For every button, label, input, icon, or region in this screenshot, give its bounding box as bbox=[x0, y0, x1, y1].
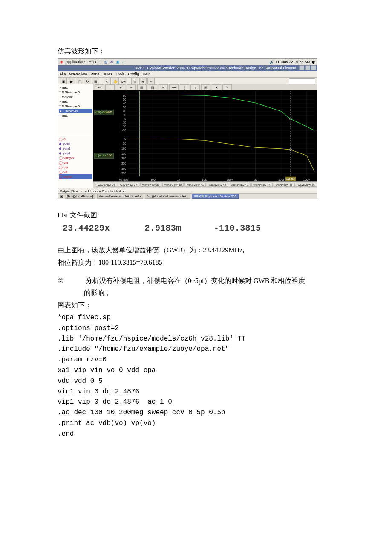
mail-icon[interactable]: ✉ bbox=[110, 60, 113, 64]
tree-item[interactable]: ▲ □ toplevel bbox=[59, 109, 92, 113]
y-tick-label: 0 bbox=[124, 117, 126, 120]
waveview-tab[interactable]: waveview 45 bbox=[274, 183, 295, 187]
office-icon[interactable]: ▣ bbox=[116, 60, 120, 64]
tree-item[interactable]: ◆ I(vdd bbox=[59, 142, 92, 146]
tree-item[interactable]: ◯ 0 bbox=[59, 137, 92, 142]
tree-item[interactable]: └ na1 bbox=[59, 85, 92, 90]
plot-btn-measure[interactable]: ⟿ bbox=[169, 84, 179, 90]
home-icon[interactable]: ⌂ bbox=[122, 60, 124, 64]
heading-sim-waveform: 仿真波形如下： bbox=[58, 47, 337, 56]
item-2-text-line1: 分析没有补偿电阻，补偿电容在（0~5pf）变化的时候对 GWB 和相位裕度 bbox=[86, 277, 305, 284]
toolbar-btn-hand[interactable]: ✋ bbox=[112, 78, 119, 85]
tree-item[interactable]: □ D:\fivec.ac0 bbox=[59, 90, 92, 95]
toolbar-btn-folder[interactable]: ▢ bbox=[76, 78, 83, 85]
plot-btn-stack[interactable]: ≡ bbox=[159, 84, 168, 90]
window-min-button[interactable] bbox=[299, 65, 304, 70]
waveview-tab[interactable]: waveview 46 bbox=[296, 183, 317, 187]
signal-list[interactable]: ◯ 0◆ I(vdd◆ I(vin1◆ I(vip1◯ vdb(vo◯ vin◯… bbox=[58, 136, 93, 188]
tree-item[interactable]: └ na1 bbox=[59, 99, 92, 104]
waveview-tab[interactable]: waveview 41 bbox=[184, 183, 206, 187]
os-time: 9:55 AM bbox=[296, 60, 310, 64]
menu-tools[interactable]: Tools bbox=[116, 72, 125, 76]
y-tick-label: 10 bbox=[123, 113, 127, 116]
toolbar-btn-open[interactable]: ▣ bbox=[60, 78, 67, 85]
plot-btn-text[interactable]: T bbox=[190, 84, 200, 90]
os-taskbar: ▣ [fzu@localhost:~]/home/fzu/example/zuo… bbox=[58, 193, 317, 199]
y-tick-label: -100 bbox=[121, 147, 126, 150]
item-2-number: ② bbox=[58, 276, 67, 286]
plot-btn-fullx[interactable]: ↔ bbox=[95, 84, 104, 90]
waveview-tab[interactable]: waveview 42 bbox=[207, 183, 228, 187]
toolbar-btn-cut[interactable]: ✄ bbox=[147, 78, 155, 85]
x-tick-label: 100M bbox=[303, 178, 311, 181]
tree-item[interactable]: ◆ I(vip1 bbox=[59, 151, 92, 156]
os-applications-menu[interactable]: Applications bbox=[66, 60, 86, 64]
menu-axes[interactable]: Axes bbox=[104, 72, 112, 76]
toolbar-btn-match[interactable]: ≋ bbox=[139, 78, 147, 85]
waveform-chart[interactable]: 1001k10k100k1M10M100M23.4M6050403020100-… bbox=[93, 90, 317, 182]
x-tick-label: 10k bbox=[202, 178, 207, 181]
plot-btn-grid2[interactable]: ▤ bbox=[148, 84, 157, 90]
menu-help[interactable]: Help bbox=[143, 72, 151, 76]
x-tick-label: 1k bbox=[177, 178, 180, 181]
tree-item[interactable]: □ D:\fivec.ac0 bbox=[59, 104, 92, 109]
window-max-button[interactable] bbox=[305, 65, 310, 70]
trace-cursor-value: 2.44m bbox=[104, 110, 112, 113]
tree-item[interactable]: └ na1 bbox=[59, 113, 92, 118]
plot-btn-wand[interactable]: ✎ bbox=[222, 84, 232, 90]
waveview-tab[interactable]: waveview 39 bbox=[162, 183, 184, 187]
listfile-val1: 23.44229x bbox=[63, 223, 139, 233]
taskbar-button[interactable]: /home/fzu/example/zuoye/o bbox=[97, 194, 143, 199]
waveform-viewer: ↔ ↕ ＋ － ▥ ▤ ≡ ⟿ ┊ T ▨ ✕ ✎ 1001k10k100k1M… bbox=[93, 84, 317, 188]
output-view-label: Output View bbox=[60, 189, 78, 193]
taskbar-button[interactable]: SPICE Explorer Version 200 bbox=[192, 194, 239, 199]
redhat-icon: ◉ bbox=[60, 60, 63, 64]
plot-btn-del[interactable]: ✕ bbox=[212, 84, 221, 90]
menu-waveview[interactable]: WaveView bbox=[69, 72, 87, 76]
plot-btn-color[interactable]: ▨ bbox=[201, 84, 210, 90]
tree-item[interactable]: ◆ I(vin1 bbox=[59, 146, 92, 151]
plot-btn-fully[interactable]: ↕ bbox=[105, 84, 115, 90]
y-tick-label: -20 bbox=[122, 125, 126, 128]
toolbar-btn-play[interactable]: ▶ bbox=[68, 78, 75, 85]
power-icon[interactable]: ◐ bbox=[312, 60, 315, 64]
y-tick-label: -30 bbox=[122, 129, 126, 132]
netlist-code: *opa fivec.sp .options post=2 .lib '/hom… bbox=[58, 312, 337, 439]
plot-btn-grid1[interactable]: ▥ bbox=[137, 84, 147, 90]
toolbar-btn-on[interactable]: ON bbox=[120, 78, 127, 85]
waveview-tab[interactable]: waveview 36 bbox=[96, 183, 117, 187]
tree-item[interactable]: ◯ vip bbox=[59, 165, 92, 170]
tree-item[interactable]: ◯ vp(vo bbox=[59, 174, 92, 179]
os-actions-menu[interactable]: Actions bbox=[89, 60, 102, 64]
item-2-text-line2: 的影响； bbox=[58, 288, 337, 298]
toolbar-btn-reload[interactable]: ↻ bbox=[84, 78, 91, 85]
tree-item[interactable]: ◯ vo bbox=[59, 170, 92, 174]
plot-btn-cursor[interactable]: ┊ bbox=[180, 84, 189, 90]
taskbar-button[interactable]: [fzu@localhost:~] bbox=[65, 194, 95, 199]
plot-btn-zoomout[interactable]: － bbox=[127, 84, 136, 90]
tree-item[interactable]: □ toplevel bbox=[59, 95, 92, 99]
menu-file[interactable]: File bbox=[60, 72, 66, 76]
waveview-tab[interactable]: waveview 37 bbox=[118, 183, 139, 187]
waveview-tab-strip[interactable]: waveview 36waveview 37waveview 38wavevie… bbox=[93, 181, 317, 188]
toolbar-btn-home[interactable]: ⌂ bbox=[131, 78, 138, 85]
toolbar-btn-pick[interactable]: ↖ bbox=[104, 78, 111, 85]
speaker-icon[interactable]: 🔊 bbox=[269, 60, 274, 64]
waveview-tab[interactable]: waveview 43 bbox=[229, 183, 250, 187]
plot-btn-zoomin[interactable]: ＋ bbox=[116, 84, 125, 90]
heading-listfile: List 文件截图: bbox=[58, 211, 337, 220]
globe-icon[interactable]: ◎ bbox=[104, 60, 107, 64]
menu-config[interactable]: Config bbox=[128, 72, 139, 76]
waveview-tab[interactable]: waveview 38 bbox=[140, 183, 161, 187]
window-close-button[interactable] bbox=[311, 65, 316, 70]
tree-item[interactable]: ◯ vdb(vo bbox=[59, 156, 92, 160]
hierarchy-tree[interactable]: └ na1□ D:\fivec.ac0 □ toplevel └ na1□ D:… bbox=[58, 84, 93, 136]
toolbar-btn-grid[interactable]: ▦ bbox=[92, 78, 99, 85]
taskbar-show-desktop-icon[interactable]: ▣ bbox=[60, 194, 63, 198]
tree-item[interactable]: ◯ vin bbox=[59, 160, 92, 165]
taskbar-button[interactable]: fzu@localhost:~/example/z bbox=[145, 194, 190, 199]
menu-panel[interactable]: Panel bbox=[91, 72, 101, 76]
waveview-tab[interactable]: waveview 44 bbox=[251, 183, 273, 187]
toolbar-search-input[interactable] bbox=[289, 78, 315, 84]
heading-netlist: 网表如下： bbox=[58, 300, 337, 311]
